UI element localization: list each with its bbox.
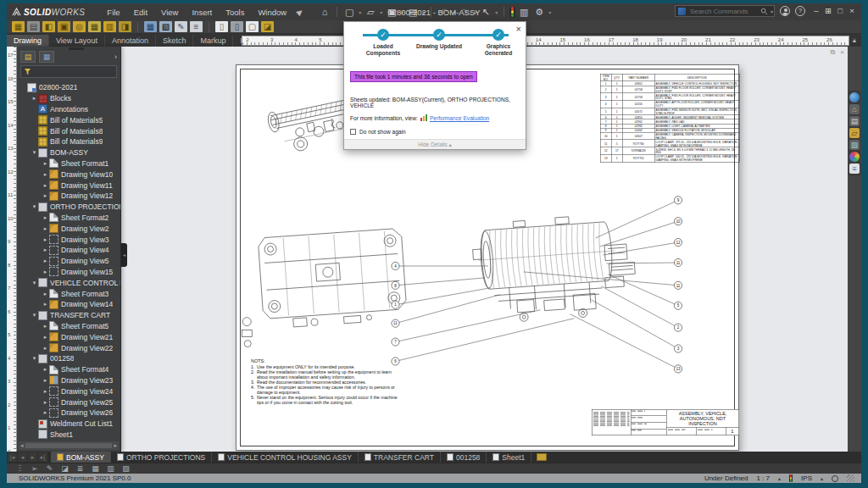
- menu-insert[interactable]: Insert: [185, 6, 219, 19]
- tree-item-02800-2021[interactable]: 02800-2021: [17, 82, 120, 93]
- gray-page-icon[interactable]: ▯: [231, 21, 243, 32]
- search-icon[interactable]: [760, 8, 768, 15]
- tree-expander-icon[interactable]: ▸: [42, 182, 49, 189]
- tree-item-vehicle-control-housing-assy[interactable]: ▾VEHICLE CONTROL HOUSING ASSY: [17, 277, 120, 288]
- tree-item-bill-of-materials5[interactable]: Bill of Materials5: [17, 114, 120, 125]
- tree-item-sheet-format4[interactable]: ▸Sheet Format4: [17, 364, 120, 375]
- menu-file[interactable]: File: [100, 6, 126, 19]
- view-palette-icon[interactable]: ▨: [849, 140, 860, 150]
- cut-list-icon[interactable]: ≡: [190, 21, 203, 32]
- traffic-light-icon[interactable]: [509, 7, 515, 18]
- tree-item-sheet1[interactable]: Sheet1: [17, 430, 120, 441]
- add-sheet-icon[interactable]: [537, 453, 547, 461]
- tree-item-weldment-cut-list1[interactable]: Weldment Cut List1: [17, 419, 120, 430]
- minimize-button[interactable]: –: [810, 5, 822, 17]
- home-tab-icon[interactable]: ⌂: [849, 104, 860, 114]
- doc-close-icon[interactable]: ×: [840, 48, 844, 57]
- display-report-icon[interactable]: ▥: [517, 6, 531, 18]
- tree-item-drawing-view21[interactable]: ▸Drawing View21: [17, 331, 120, 342]
- file-explorer-icon[interactable]: ▱: [849, 128, 860, 138]
- menu-window[interactable]: Window: [251, 6, 293, 19]
- save-icon[interactable]: ▣: [385, 6, 398, 18]
- scroll-left-icon[interactable]: ◂: [20, 442, 24, 449]
- next-sheet-icon[interactable]: ▸: [28, 452, 37, 462]
- tree-expander-icon[interactable]: ▸: [42, 377, 49, 384]
- sheet-tab-transfer-cart[interactable]: TRANSFER CART: [359, 452, 441, 463]
- tree-item-001258[interactable]: ▾001258: [17, 353, 120, 364]
- print-icon[interactable]: ▤: [406, 6, 420, 18]
- design-library-icon[interactable]: ▤: [849, 116, 860, 126]
- select-cursor-icon-caret[interactable]: ▾: [495, 9, 498, 15]
- bom-table-region[interactable]: ITEM NO.QTY.PART NUMBERDESCRIPTION110280…: [600, 74, 739, 162]
- drawing-view-detail-parts[interactable]: [242, 318, 252, 347]
- property-manager-tab[interactable]: ▦: [39, 51, 54, 63]
- scale-caret-icon[interactable]: ▴: [778, 475, 781, 481]
- save-icon-caret[interactable]: ▾: [401, 9, 403, 15]
- markup-pointer-icon[interactable]: ➢: [29, 464, 40, 473]
- tab-drawing[interactable]: Drawing: [7, 35, 49, 47]
- tree-expander-icon[interactable]: ▾: [31, 312, 38, 319]
- tree-expander-icon[interactable]: ▸: [42, 192, 49, 199]
- tree-expander-icon[interactable]: ▸: [42, 171, 49, 178]
- tree-item-blocks[interactable]: ▸Blocks: [17, 93, 120, 104]
- tree-expander-icon[interactable]: ▾: [31, 355, 38, 362]
- open-folder-icon-caret[interactable]: ▾: [380, 9, 382, 15]
- scroll-right-icon[interactable]: ▸: [114, 442, 117, 449]
- do-not-show-checkbox[interactable]: [350, 129, 356, 135]
- tree-expander-icon[interactable]: ▸: [42, 258, 49, 264]
- tree-item-drawing-view3[interactable]: ▸Drawing View3: [17, 234, 120, 245]
- tree-expander-icon[interactable]: ▸: [42, 236, 49, 243]
- tab-annotation[interactable]: Annotation: [105, 35, 156, 47]
- redo-icon[interactable]: ↷: [458, 6, 471, 18]
- pin-icon[interactable]: ▶: [295, 7, 305, 17]
- prev-sheet-icon[interactable]: ◂: [18, 452, 27, 462]
- tree-item-drawing-view22[interactable]: ▸Drawing View22: [17, 342, 120, 353]
- panel-splitter-handle[interactable]: ◂: [121, 243, 127, 267]
- tree-item-drawing-view10[interactable]: ▸Drawing View10: [17, 169, 120, 180]
- menu-edit[interactable]: Edit: [127, 6, 154, 19]
- tree-item-drawing-view25[interactable]: ▸Drawing View25: [17, 396, 120, 408]
- color-chart-icon[interactable]: ▧: [120, 464, 131, 473]
- tree-expander-icon[interactable]: ▸: [42, 399, 49, 406]
- tree-item-bill-of-materials8[interactable]: Bill of Materials8: [17, 125, 120, 136]
- tree-item-ortho-projections[interactable]: ▾ORTHO PROJECTIONS: [17, 202, 120, 213]
- panel-grip[interactable]: [69, 47, 84, 50]
- tree-expander-icon[interactable]: ▾: [31, 280, 38, 286]
- scroll-thumb[interactable]: [25, 443, 113, 448]
- select-cursor-icon[interactable]: ↖: [479, 6, 492, 18]
- tree-item-drawing-view24[interactable]: ▸Drawing View24: [17, 385, 120, 396]
- tree-item-bom-assy[interactable]: ▾BOM-ASSY: [17, 147, 120, 158]
- doc-restore-icon[interactable]: ⧉: [831, 48, 836, 57]
- home-icon[interactable]: ⌂: [318, 6, 331, 18]
- revision-table-icon[interactable]: ◨: [119, 21, 131, 32]
- expand-panel-icon[interactable]: ›: [114, 53, 117, 61]
- tree-expander-icon[interactable]: ▸: [42, 225, 49, 232]
- bom-table[interactable]: ITEM NO.QTY.PART NUMBERDESCRIPTION110280…: [600, 74, 740, 162]
- new-document-icon-caret[interactable]: ▾: [359, 9, 361, 15]
- layer-properties-icon[interactable]: ▥: [105, 464, 116, 473]
- general-table-icon[interactable]: ▦: [88, 21, 101, 32]
- visibility-icon[interactable]: [832, 475, 838, 482]
- hole-table-icon[interactable]: ▦: [144, 21, 157, 32]
- balloon-callouts[interactable]: 481117691012111152313: [392, 197, 682, 373]
- bom-table-icon[interactable]: ▥: [103, 21, 116, 32]
- units-label[interactable]: IPS: [801, 474, 812, 482]
- tree-item-drawing-view12[interactable]: ▸Drawing View12: [17, 191, 120, 202]
- tree-expander-icon[interactable]: ▾: [31, 203, 38, 210]
- tree-item-sheet-format3[interactable]: ▸Sheet Format3: [17, 288, 120, 299]
- drawing-view-mid-left[interactable]: [258, 228, 407, 329]
- tree-expander-icon[interactable]: ▸: [42, 160, 49, 167]
- new-document-icon[interactable]: ▢: [342, 6, 356, 18]
- tree-item-sheet-format2[interactable]: ▸Sheet Format2: [17, 213, 120, 224]
- weld-table-icon[interactable]: ▧: [159, 21, 172, 32]
- tree-expander-icon[interactable]: ▾: [31, 149, 38, 156]
- help-icon[interactable]: ?: [795, 6, 805, 16]
- collapse-ruler-icon[interactable]: ▲: [849, 36, 860, 46]
- search-input[interactable]: [688, 7, 759, 16]
- performance-evaluation-link[interactable]: Performance Evaluation: [430, 115, 489, 121]
- tree-expander-icon[interactable]: ▸: [42, 247, 49, 253]
- tree-item-drawing-view23[interactable]: ▸Drawing View23: [17, 375, 120, 386]
- tree-expander-icon[interactable]: ▸: [42, 388, 49, 395]
- maximize-button[interactable]: □: [834, 5, 846, 17]
- sheet-tab-sheet1[interactable]: Sheet1: [487, 452, 531, 463]
